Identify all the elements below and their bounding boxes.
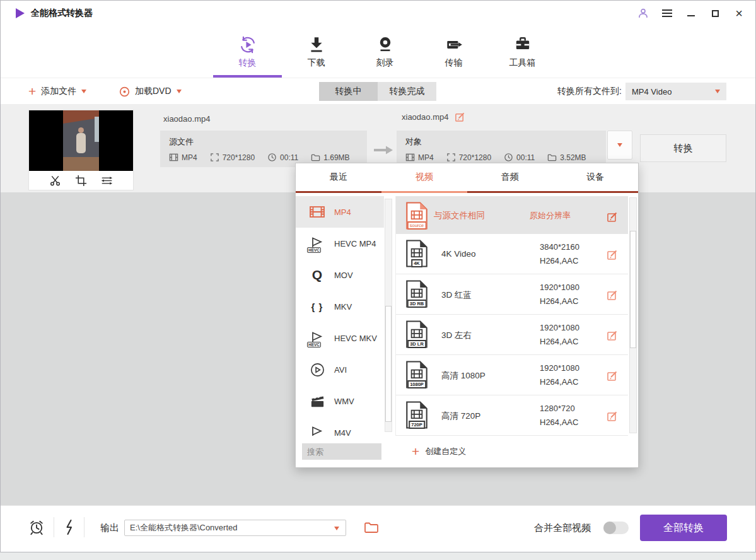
source-duration: 00:11 (280, 153, 298, 162)
format-item-m4v[interactable]: M4V (296, 417, 384, 436)
video-file-icon: 3D RB (405, 280, 429, 308)
trim-scissors-icon[interactable] (49, 175, 61, 187)
high-speed-bolt-icon[interactable] (62, 519, 76, 535)
preset-codec: H264,AAC (540, 296, 578, 306)
preset-hd-720p[interactable]: 720P 高清 720P 1280*720 H264,AAC (396, 395, 628, 436)
nav-tab-transfer[interactable]: 传输 (419, 26, 488, 78)
format-list: MP4 HEVC HEVC MP4 Q MOV { } (296, 196, 384, 436)
maximize-button[interactable] (709, 7, 721, 20)
preset-same-as-source[interactable]: source 与源文件相同 原始分辨率 (396, 196, 628, 234)
tab-converting[interactable]: 转换中 (319, 82, 378, 101)
video-thumbnail[interactable] (29, 110, 133, 190)
target-info-box: 对象 MP4 720*1280 00:11 3.52MB (397, 131, 606, 167)
output-path-input[interactable] (125, 520, 327, 535)
format-label: WMV (334, 397, 354, 406)
preset-resolution: 1920*1080 (540, 323, 579, 332)
tab-audio[interactable]: 音频 (467, 163, 553, 191)
output-path-box (124, 520, 346, 536)
video-file-icon: 1080P (405, 361, 429, 388)
tab-video[interactable]: 视频 (381, 163, 467, 191)
preset-name: 3D 左右 (441, 330, 472, 341)
format-item-mp4[interactable]: MP4 (296, 196, 384, 228)
convert-all-button[interactable]: 全部转换 (640, 515, 727, 541)
tab-recent[interactable]: 最近 (296, 163, 381, 191)
edit-preset-icon[interactable] (607, 211, 618, 223)
format-item-mov[interactable]: Q MOV (296, 259, 384, 291)
preset-3d-left-right[interactable]: 3D LR 3D 左右 1920*1080 H264,AAC (396, 315, 628, 355)
edit-preset-icon[interactable] (607, 330, 618, 341)
edit-preset-icon[interactable] (607, 249, 618, 260)
resolution-icon (210, 153, 219, 162)
load-dvd-button[interactable]: 加载DVD (119, 78, 182, 105)
preset-codec: H264,AAC (540, 256, 578, 265)
preset-4k-video[interactable]: 4K 4K Video 3840*2160 H264,AAC (396, 234, 628, 274)
edit-preset-icon[interactable] (607, 370, 618, 382)
account-icon[interactable] (637, 7, 649, 20)
titlebar: 全能格式转换器 × (1, 1, 755, 26)
preset-codec: H264,AAC (540, 337, 578, 346)
format-label: MP4 (334, 207, 351, 217)
nav-tab-burn[interactable]: 刻录 (351, 26, 419, 78)
convert-row-button[interactable]: 转换 (640, 134, 726, 162)
target-box-title: 对象 (405, 136, 597, 148)
preset-name: 与源文件相同 (434, 210, 485, 221)
format-label: MKV (334, 302, 352, 312)
tab-finished[interactable]: 转换完成 (378, 82, 436, 101)
clock-icon (267, 153, 277, 162)
preset-codec: H264,AAC (540, 417, 578, 427)
minimize-button[interactable] (685, 7, 697, 20)
tab-device[interactable]: 设备 (552, 163, 638, 191)
crop-icon[interactable] (75, 175, 87, 187)
menu-icon[interactable] (661, 7, 673, 20)
nav-tab-convert[interactable]: 转换 (213, 26, 282, 78)
dvd-icon (119, 86, 130, 97)
format-item-mkv[interactable]: { } MKV (296, 291, 384, 322)
convert-icon (238, 35, 257, 54)
preset-3d-red-blue[interactable]: 3D RB 3D 红蓝 1920*1080 H264,AAC (396, 274, 628, 315)
hevc-flag-icon: HEVC (308, 329, 326, 347)
nav-label: 传输 (445, 57, 463, 69)
preset-list-scrollbar[interactable] (629, 197, 637, 433)
format-item-hevc-mp4[interactable]: HEVC HEVC MP4 (296, 228, 384, 259)
target-size: 3.52MB (560, 153, 586, 162)
app-title: 全能格式转换器 (31, 8, 93, 19)
open-folder-icon[interactable] (364, 520, 379, 534)
nav-tab-toolbox[interactable]: 工具箱 (488, 26, 557, 78)
format-label: HEVC MKV (334, 334, 377, 343)
target-format-dropdown-button[interactable] (607, 131, 632, 160)
popup-footer: + 创建自定义 (296, 436, 638, 467)
add-file-button[interactable]: + 添加文件 (28, 78, 86, 105)
main-nav: 转换 下载 刻录 (1, 26, 755, 78)
chevron-down-icon[interactable] (334, 527, 339, 530)
format-item-hevc-mkv[interactable]: HEVC HEVC MKV (296, 322, 384, 354)
source-box-title: 源文件 (169, 136, 358, 148)
preset-codec: H264,AAC (540, 377, 578, 387)
format-label: M4V (334, 428, 351, 436)
format-item-avi[interactable]: AVI (296, 354, 384, 385)
edit-preset-icon[interactable] (607, 411, 618, 422)
format-list-scrollbar[interactable] (385, 199, 392, 432)
preset-hd-1080p[interactable]: 1080P 高清 1080P 1920*1080 H264,AAC (396, 355, 628, 395)
transfer-icon (445, 35, 463, 54)
schedule-alarm-icon[interactable] (28, 519, 45, 535)
video-file-icon: 4K (405, 240, 429, 267)
film-icon (169, 153, 178, 162)
close-button[interactable]: × (733, 7, 745, 20)
merge-videos-toggle[interactable] (603, 522, 629, 534)
nav-label: 转换 (239, 57, 257, 69)
create-custom-button[interactable]: + 创建自定义 (412, 443, 466, 460)
app-window: 全能格式转换器 × 转换 (0, 0, 756, 552)
convert-all-to-label: 转换所有文件到: (557, 78, 622, 105)
nav-tab-download[interactable]: 下载 (282, 26, 351, 78)
effects-adjust-icon[interactable] (101, 175, 113, 187)
nav-label: 工具箱 (509, 57, 536, 69)
format-item-wmv[interactable]: WMV (296, 385, 384, 417)
bottom-bar: 输出 合并全部视频 全部转换 (1, 505, 755, 552)
nav-label: 下载 (308, 57, 325, 69)
output-format-value: MP4 Video (632, 87, 672, 96)
edit-preset-icon[interactable] (607, 289, 618, 301)
clock-icon (504, 153, 513, 162)
rename-edit-icon[interactable] (455, 112, 465, 122)
output-format-select[interactable]: MP4 Video (625, 83, 726, 100)
search-input[interactable] (302, 443, 381, 460)
